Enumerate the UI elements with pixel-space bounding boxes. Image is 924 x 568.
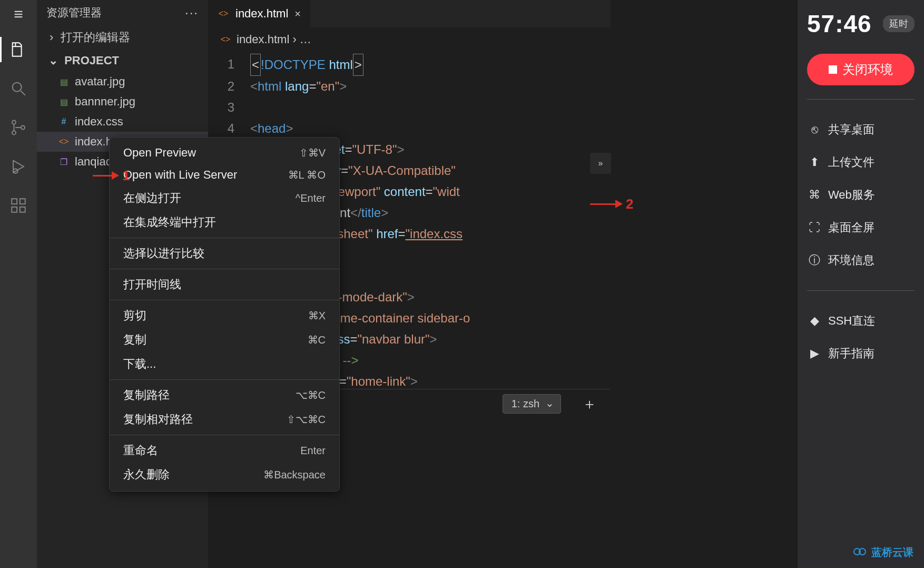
line-number: 3 <box>208 97 250 118</box>
code-line: 2<html lang="en"> <box>208 76 611 97</box>
menu-item[interactable]: 下载... <box>110 352 339 376</box>
panel-item-label: 桌面全屏 <box>828 220 874 236</box>
annotation-1: 1 <box>93 168 130 184</box>
expand-icon: ⛶ <box>808 221 821 234</box>
panel-item-globe[interactable]: ⌘Web服务 <box>807 179 915 211</box>
menu-item-label: Open with Live Server <box>123 168 237 182</box>
menu-item[interactable]: Open with Live Server⌘L ⌘O <box>110 164 339 186</box>
menu-item-shortcut: ⌘X <box>308 309 326 322</box>
explorer-icon[interactable] <box>6 37 31 62</box>
menu-item-label: 剪切 <box>123 308 146 324</box>
close-icon[interactable]: × <box>294 8 301 20</box>
file-item-bannner.jpg[interactable]: ▤bannner.jpg <box>37 92 208 112</box>
code-content: <html lang="en"> <box>250 76 611 97</box>
menu-item[interactable]: 在集成终端中打开 <box>110 210 339 234</box>
code-content <box>250 97 611 118</box>
menu-item[interactable]: 复制路径⌥⌘C <box>110 383 339 407</box>
close-env-label: 关闭环境 <box>842 61 893 78</box>
menu-item-shortcut: ⌥⌘C <box>296 389 326 401</box>
code-content: <!DOCTYPE html> <box>250 54 611 76</box>
menu-item-shortcut: ^Enter <box>296 192 326 204</box>
more-icon[interactable]: ··· <box>185 5 199 20</box>
menu-divider <box>110 300 339 300</box>
menu-item[interactable]: 复制⌘C <box>110 328 339 352</box>
annotation-1-label: 1 <box>122 168 130 184</box>
file-name: index.css <box>75 115 123 129</box>
svg-point-0 <box>13 83 22 92</box>
info-icon: ⓘ <box>808 254 821 267</box>
expand-panel-icon[interactable]: » <box>590 153 611 174</box>
activity-bar: ≡ <box>0 0 37 568</box>
brand-logo: 蓝桥云课 <box>853 545 913 560</box>
play-icon: ▶ <box>808 347 821 360</box>
menu-item[interactable]: 在侧边打开^Enter <box>110 186 339 210</box>
menu-item-label: 在集成终端中打开 <box>123 214 216 230</box>
image-file-icon: ▤ <box>58 76 70 87</box>
panel-item-label: SSH直连 <box>828 313 875 329</box>
menu-item-shortcut: ⌘C <box>308 334 326 346</box>
menu-item[interactable]: Open Preview⇧⌘V <box>110 142 339 164</box>
menu-item-shortcut: ⌘Backspace <box>263 468 326 481</box>
menu-divider <box>110 435 339 435</box>
menu-item-shortcut: ⇧⌘V <box>299 146 326 159</box>
file-name: bannner.jpg <box>75 95 135 109</box>
image-file-icon: ▤ <box>58 96 70 107</box>
svg-point-2 <box>12 131 16 134</box>
menu-item-shortcut: ⌘L ⌘O <box>288 169 326 181</box>
menu-item-label: 在侧边打开 <box>123 190 181 206</box>
panel-item-share[interactable]: ⎋共享桌面 <box>807 113 915 146</box>
menu-divider <box>110 238 339 238</box>
timer: 57:46 <box>807 9 872 38</box>
code-line: 4<head> <box>208 118 611 139</box>
svg-point-1 <box>12 121 16 124</box>
html-file-icon: <> <box>218 8 229 19</box>
panel-item-info[interactable]: ⓘ环境信息 <box>807 244 915 277</box>
menu-item-label: 复制路径 <box>123 387 170 403</box>
project-root[interactable]: ⌄ PROJECT <box>37 50 208 72</box>
file-context-menu: Open Preview⇧⌘VOpen with Live Server⌘L ⌘… <box>109 137 340 492</box>
menu-divider <box>110 379 339 380</box>
search-icon[interactable] <box>6 76 31 101</box>
code-content: <head> <box>250 118 611 139</box>
code-line: 3 <box>208 97 611 118</box>
menu-item[interactable]: 剪切⌘X <box>110 303 339 328</box>
folder-file-icon: ❐ <box>58 156 70 168</box>
terminal-select[interactable]: 1: zsh <box>503 394 561 414</box>
extensions-icon[interactable] <box>6 193 31 218</box>
explorer-title: 资源管理器 <box>46 5 102 20</box>
environment-panel: 57:46 延时 关闭环境 ⎋共享桌面⬆上传文件⌘Web服务⛶桌面全屏ⓘ环境信息… <box>798 0 924 568</box>
source-control-icon[interactable] <box>6 115 31 140</box>
panel-item-upload[interactable]: ⬆上传文件 <box>807 146 915 179</box>
menu-item-label: Open Preview <box>123 146 196 160</box>
menu-item[interactable]: 永久删除⌘Backspace <box>110 463 339 487</box>
svg-rect-8 <box>20 207 25 212</box>
panel-item-expand[interactable]: ⛶桌面全屏 <box>807 211 915 244</box>
line-number: 2 <box>208 76 250 97</box>
tab-index-html[interactable]: <> index.html × <box>208 0 310 27</box>
run-debug-icon[interactable] <box>6 154 31 179</box>
new-terminal-icon[interactable]: ＋ <box>582 394 597 414</box>
breadcrumb[interactable]: <> index.html › … <box>208 27 611 52</box>
menu-item-label: 复制相对路径 <box>123 412 193 427</box>
menu-icon[interactable]: ≡ <box>14 5 23 23</box>
menu-item[interactable]: 打开时间线 <box>110 272 339 297</box>
panel-item-play[interactable]: ▶新手指南 <box>807 337 915 370</box>
panel-item-diamond[interactable]: ◆SSH直连 <box>807 305 915 337</box>
panel-item-label: 环境信息 <box>828 252 874 268</box>
menu-item-label: 重命名 <box>123 443 158 458</box>
file-item-index.css[interactable]: #index.css <box>37 112 208 132</box>
close-environment-button[interactable]: 关闭环境 <box>807 54 915 85</box>
html-file-icon: <> <box>220 34 231 45</box>
svg-point-3 <box>21 125 25 129</box>
svg-rect-5 <box>12 199 17 204</box>
code-line: 1<!DOCTYPE html> <box>208 54 611 76</box>
open-editors-section[interactable]: › 打开的编辑器 <box>37 25 208 50</box>
svg-rect-6 <box>20 199 25 204</box>
menu-item[interactable]: 复制相对路径⇧⌥⌘C <box>110 407 339 432</box>
panel-item-label: Web服务 <box>828 187 875 203</box>
menu-item[interactable]: 选择以进行比较 <box>110 241 339 266</box>
delay-badge[interactable]: 延时 <box>883 15 915 32</box>
line-number: 1 <box>208 54 250 76</box>
file-item-avatar.jpg[interactable]: ▤avatar.jpg <box>37 72 208 92</box>
menu-item[interactable]: 重命名Enter <box>110 438 339 463</box>
